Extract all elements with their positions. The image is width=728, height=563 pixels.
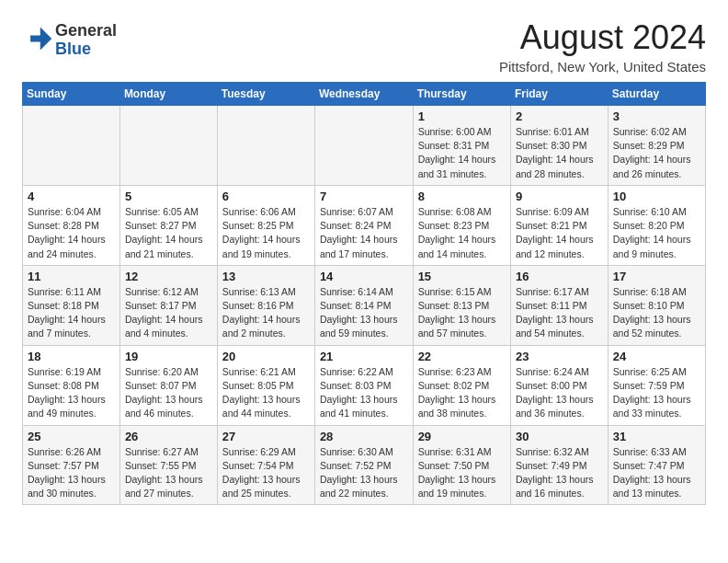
day-number: 9 xyxy=(516,190,603,203)
day-info: Sunrise: 6:30 AMSunset: 7:52 PMDaylight:… xyxy=(320,445,408,501)
day-number: 28 xyxy=(320,430,408,443)
day-number: 19 xyxy=(125,350,212,363)
column-header-tuesday: Tuesday xyxy=(217,83,314,106)
day-info: Sunrise: 6:20 AMSunset: 8:07 PMDaylight:… xyxy=(125,365,212,421)
calendar-cell: 21Sunrise: 6:22 AMSunset: 8:03 PMDayligh… xyxy=(314,345,413,425)
day-info: Sunrise: 6:02 AMSunset: 8:29 PMDaylight:… xyxy=(613,125,700,181)
day-number: 22 xyxy=(418,350,506,363)
calendar-week-row: 25Sunrise: 6:26 AMSunset: 7:57 PMDayligh… xyxy=(23,425,706,505)
day-info: Sunrise: 6:32 AMSunset: 7:49 PMDaylight:… xyxy=(516,445,603,501)
day-number: 17 xyxy=(613,270,700,283)
day-info: Sunrise: 6:00 AMSunset: 8:31 PMDaylight:… xyxy=(418,125,506,181)
day-number: 7 xyxy=(320,190,408,203)
day-info: Sunrise: 6:18 AMSunset: 8:10 PMDaylight:… xyxy=(613,285,700,341)
calendar-cell: 20Sunrise: 6:21 AMSunset: 8:05 PMDayligh… xyxy=(217,345,314,425)
svg-marker-0 xyxy=(30,27,51,50)
calendar-cell: 19Sunrise: 6:20 AMSunset: 8:07 PMDayligh… xyxy=(119,345,217,425)
logo-general-text: General xyxy=(55,21,117,40)
calendar-cell: 4Sunrise: 6:04 AMSunset: 8:28 PMDaylight… xyxy=(23,185,120,265)
logo: General Blue xyxy=(22,22,117,59)
calendar-cell: 10Sunrise: 6:10 AMSunset: 8:20 PMDayligh… xyxy=(608,185,705,265)
calendar-cell: 23Sunrise: 6:24 AMSunset: 8:00 PMDayligh… xyxy=(510,345,608,425)
day-info: Sunrise: 6:23 AMSunset: 8:02 PMDaylight:… xyxy=(418,365,506,421)
calendar-week-row: 4Sunrise: 6:04 AMSunset: 8:28 PMDaylight… xyxy=(23,185,706,265)
day-info: Sunrise: 6:15 AMSunset: 8:13 PMDaylight:… xyxy=(418,285,506,341)
day-number: 29 xyxy=(418,430,506,443)
logo-blue-text: Blue xyxy=(55,40,91,58)
column-header-wednesday: Wednesday xyxy=(314,83,413,106)
day-number: 12 xyxy=(125,270,212,283)
calendar-cell: 1Sunrise: 6:00 AMSunset: 8:31 PMDaylight… xyxy=(413,106,510,186)
calendar-cell xyxy=(314,106,413,186)
calendar-cell: 13Sunrise: 6:13 AMSunset: 8:16 PMDayligh… xyxy=(217,265,314,345)
day-info: Sunrise: 6:09 AMSunset: 8:21 PMDaylight:… xyxy=(516,205,603,261)
title-block: August 2024 Pittsford, New York, United … xyxy=(499,18,706,75)
calendar-cell: 8Sunrise: 6:08 AMSunset: 8:23 PMDaylight… xyxy=(413,185,510,265)
day-number: 26 xyxy=(125,430,212,443)
day-number: 10 xyxy=(613,190,700,203)
logo-icon xyxy=(24,24,53,53)
calendar-cell: 22Sunrise: 6:23 AMSunset: 8:02 PMDayligh… xyxy=(413,345,510,425)
calendar-cell: 30Sunrise: 6:32 AMSunset: 7:49 PMDayligh… xyxy=(510,425,608,505)
calendar-cell: 28Sunrise: 6:30 AMSunset: 7:52 PMDayligh… xyxy=(314,425,413,505)
day-number: 23 xyxy=(516,350,603,363)
day-number: 20 xyxy=(222,350,310,363)
calendar-cell: 29Sunrise: 6:31 AMSunset: 7:50 PMDayligh… xyxy=(413,425,510,505)
day-number: 1 xyxy=(418,109,506,123)
day-info: Sunrise: 6:29 AMSunset: 7:54 PMDaylight:… xyxy=(222,445,310,501)
day-info: Sunrise: 6:33 AMSunset: 7:47 PMDaylight:… xyxy=(613,445,700,501)
day-number: 8 xyxy=(418,190,506,203)
page-header: General Blue August 2024 Pittsford, New … xyxy=(22,18,706,75)
calendar-week-row: 11Sunrise: 6:11 AMSunset: 8:18 PMDayligh… xyxy=(23,265,706,345)
calendar-cell: 17Sunrise: 6:18 AMSunset: 8:10 PMDayligh… xyxy=(608,265,705,345)
day-info: Sunrise: 6:22 AMSunset: 8:03 PMDaylight:… xyxy=(320,365,408,421)
calendar-cell: 6Sunrise: 6:06 AMSunset: 8:25 PMDaylight… xyxy=(217,185,314,265)
calendar-cell: 16Sunrise: 6:17 AMSunset: 8:11 PMDayligh… xyxy=(510,265,608,345)
day-number: 5 xyxy=(125,190,212,203)
day-info: Sunrise: 6:27 AMSunset: 7:55 PMDaylight:… xyxy=(125,445,212,501)
day-info: Sunrise: 6:05 AMSunset: 8:27 PMDaylight:… xyxy=(125,205,212,261)
day-info: Sunrise: 6:19 AMSunset: 8:08 PMDaylight:… xyxy=(28,365,115,421)
calendar-cell xyxy=(23,106,120,186)
calendar-header-row: SundayMondayTuesdayWednesdayThursdayFrid… xyxy=(23,83,706,106)
column-header-thursday: Thursday xyxy=(413,83,510,106)
calendar-cell: 15Sunrise: 6:15 AMSunset: 8:13 PMDayligh… xyxy=(413,265,510,345)
day-number: 15 xyxy=(418,270,506,283)
day-info: Sunrise: 6:26 AMSunset: 7:57 PMDaylight:… xyxy=(28,445,115,501)
day-info: Sunrise: 6:04 AMSunset: 8:28 PMDaylight:… xyxy=(28,205,115,261)
day-info: Sunrise: 6:25 AMSunset: 7:59 PMDaylight:… xyxy=(613,365,700,421)
calendar-cell: 2Sunrise: 6:01 AMSunset: 8:30 PMDaylight… xyxy=(510,106,608,186)
calendar-cell: 27Sunrise: 6:29 AMSunset: 7:54 PMDayligh… xyxy=(217,425,314,505)
day-number: 11 xyxy=(28,270,115,283)
calendar-cell: 18Sunrise: 6:19 AMSunset: 8:08 PMDayligh… xyxy=(23,345,120,425)
day-info: Sunrise: 6:01 AMSunset: 8:30 PMDaylight:… xyxy=(516,125,603,181)
day-number: 16 xyxy=(516,270,603,283)
day-number: 13 xyxy=(222,270,310,283)
day-number: 27 xyxy=(222,430,310,443)
day-info: Sunrise: 6:06 AMSunset: 8:25 PMDaylight:… xyxy=(222,205,310,261)
day-info: Sunrise: 6:11 AMSunset: 8:18 PMDaylight:… xyxy=(28,285,115,341)
column-header-monday: Monday xyxy=(119,83,217,106)
calendar-cell xyxy=(217,106,314,186)
day-number: 24 xyxy=(613,350,700,363)
day-info: Sunrise: 6:12 AMSunset: 8:17 PMDaylight:… xyxy=(125,285,212,341)
column-header-sunday: Sunday xyxy=(23,83,120,106)
day-number: 3 xyxy=(613,109,700,123)
column-header-friday: Friday xyxy=(510,83,608,106)
calendar-cell xyxy=(119,106,217,186)
day-info: Sunrise: 6:21 AMSunset: 8:05 PMDaylight:… xyxy=(222,365,310,421)
day-info: Sunrise: 6:24 AMSunset: 8:00 PMDaylight:… xyxy=(516,365,603,421)
day-number: 6 xyxy=(222,190,310,203)
day-info: Sunrise: 6:08 AMSunset: 8:23 PMDaylight:… xyxy=(418,205,506,261)
day-number: 18 xyxy=(28,350,115,363)
day-info: Sunrise: 6:17 AMSunset: 8:11 PMDaylight:… xyxy=(516,285,603,341)
day-number: 25 xyxy=(28,430,115,443)
day-number: 14 xyxy=(320,270,408,283)
location-title: Pittsford, New York, United States xyxy=(499,59,706,75)
calendar-cell: 5Sunrise: 6:05 AMSunset: 8:27 PMDaylight… xyxy=(119,185,217,265)
calendar-cell: 9Sunrise: 6:09 AMSunset: 8:21 PMDaylight… xyxy=(510,185,608,265)
day-info: Sunrise: 6:31 AMSunset: 7:50 PMDaylight:… xyxy=(418,445,506,501)
calendar-week-row: 1Sunrise: 6:00 AMSunset: 8:31 PMDaylight… xyxy=(23,106,706,186)
column-header-saturday: Saturday xyxy=(608,83,705,106)
calendar-week-row: 18Sunrise: 6:19 AMSunset: 8:08 PMDayligh… xyxy=(23,345,706,425)
